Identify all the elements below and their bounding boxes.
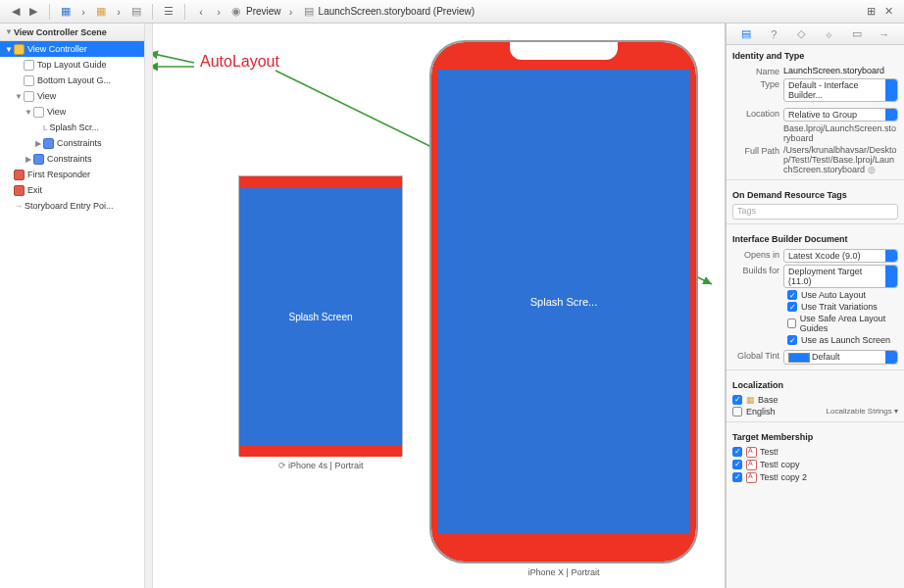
type-select[interactable]: Default - Interface Builder...▾ [783,78,898,102]
builds-for-select[interactable]: Deployment Target (11.0)▾ [783,265,898,288]
opens-in-select[interactable]: Latest Xcode (9.0)▾ [783,249,898,263]
identity-tab-icon[interactable]: ◇ [794,27,808,41]
node-view-outer[interactable]: ▼ View [0,88,144,104]
outline-resize-handle[interactable] [145,24,153,588]
preview-canvas[interactable]: AutoLayout Splash Screen ⟳ iPhone 4s | P… [153,24,726,588]
nav-fwd-icon[interactable]: ▶ [25,4,41,20]
chevron-right-icon: › [75,4,91,20]
chevron-right-icon: › [111,4,126,20]
checkbox-launch-screen[interactable]: ✓ [787,335,797,345]
opt-autolayout: Use Auto Layout [801,290,866,300]
notch [510,42,618,60]
checkbox-loc-english[interactable] [732,407,742,416]
node-exit[interactable]: ▶ Exit [0,182,144,198]
section-target-membership: Target Membership [727,426,904,446]
nav-back-icon[interactable]: ◀ [8,4,24,20]
crumb-file[interactable]: LaunchScreen.storyboard (Preview) [319,6,476,17]
crumb-preview[interactable]: Preview [246,6,281,17]
outline-header: ▼ View Controller Scene [0,24,144,41]
color-swatch [788,353,810,363]
device-caption: ⟳ iPhone 4s | Portrait [239,461,402,470]
viewcontroller-icon [14,44,25,55]
node-first-responder[interactable]: ▶ First Responder [0,167,144,182]
node-view-controller[interactable]: ▼ View Controller [0,41,144,57]
chevron-updown-icon: ▾ [891,252,895,260]
add-assistant-icon[interactable]: ⊞ [863,4,879,20]
folder-icon: ▦ [746,395,755,405]
file-inspector: ▤ ? ◇ ⟐ ▭ → Identity and Type NameLaunch… [726,24,904,588]
quick-help-tab-icon[interactable]: ? [767,27,780,41]
disclosure-triangle-icon[interactable]: ▶ [24,155,33,164]
disclosure-triangle-icon[interactable]: ▼ [4,27,14,36]
close-assistant-icon[interactable]: ✕ [880,4,896,20]
rotate-icon[interactable]: ⟳ [278,461,286,470]
checkbox-target-2[interactable]: ✓ [732,460,742,469]
disclosure-triangle-icon[interactable]: ▼ [24,108,33,117]
node-entry-point[interactable]: ▶ → Storyboard Entry Poi... [0,198,144,214]
connections-tab-icon[interactable]: → [878,27,891,41]
checkbox-loc-base[interactable]: ✓ [732,395,742,405]
device-preview-iphone4s[interactable]: Splash Screen ⟳ iPhone 4s | Portrait [238,175,403,456]
checkbox-safe-area[interactable] [787,318,796,328]
chevron-updown-icon: ▾ [891,111,895,119]
opt-launch: Use as Launch Screen [801,335,890,345]
global-tint-select[interactable]: Default▾ [783,350,898,365]
label-fullpath: Full Path [732,145,783,156]
node-constraints-inner[interactable]: ▶ Constraints [0,135,144,151]
checkbox-autolayout[interactable]: ✓ [787,290,797,300]
bottom-bar [239,445,402,457]
storyboard-icon: ▤ [301,4,317,20]
disclosure-triangle-icon[interactable]: ▼ [14,92,24,101]
location-select[interactable]: Relative to Group▾ [783,108,898,122]
preview-icon: ◉ [228,4,244,20]
node-splash-label[interactable]: L Splash Scr... [0,120,144,135]
label-name: Name [732,66,783,76]
loc-english: English [746,407,776,416]
loc-english-type[interactable]: Localizable Strings ▾ [827,407,898,416]
value-name[interactable]: LaunchScreen.storyboard [783,66,898,75]
node-constraints-outer[interactable]: ▶ Constraints [0,151,144,167]
device-preview-iphonex[interactable]: Splash Scre... iPhone X | Portrait [431,42,696,562]
svg-line-0 [153,53,194,63]
file-icon[interactable]: ▤ [128,4,144,20]
checkbox-target-1[interactable]: ✓ [732,447,742,457]
nav-back2-icon[interactable]: ‹ [193,4,209,20]
target-1: Test! [760,447,778,457]
size-tab-icon[interactable]: ▭ [850,27,864,41]
attributes-tab-icon[interactable]: ⟐ [823,27,836,41]
disclosure-triangle-icon[interactable]: ▼ [4,45,14,54]
device-caption: iPhone X | Portrait [431,567,696,577]
layoutguide-icon [24,75,34,86]
folder-icon[interactable]: ▦ [58,4,74,20]
chevron-updown-icon: ▾ [891,272,895,280]
disclosure-triangle-icon[interactable]: ▶ [33,139,43,148]
checkbox-target-3[interactable]: ✓ [732,472,742,482]
label-opens-in: Opens in [732,249,783,260]
node-view-inner[interactable]: ▼ View [0,104,144,120]
label-location: Location [732,108,783,119]
node-top-layout-guide[interactable]: Top Layout Guide [0,57,144,73]
annotation-autolayout: AutoLayout [200,53,279,71]
reveal-icon[interactable]: ◎ [868,165,876,174]
label-builds-for: Builds for [732,265,783,275]
node-bottom-layout-guide[interactable]: Bottom Layout G... [0,73,144,88]
arrow-right-icon: → [14,201,23,211]
tags-input[interactable]: Tags [732,204,898,220]
section-localization: Localization [727,374,904,394]
document-outline: ▼ View Controller Scene ▼ View Controlle… [0,24,145,588]
section-identity: Identity and Type [727,45,904,65]
label-global-tint: Global Tint [732,350,783,361]
folder2-icon[interactable]: ▦ [93,4,109,20]
chevron-updown-icon: ▾ [891,86,895,94]
checkbox-trait-variations[interactable]: ✓ [787,302,797,312]
outline-toggle-icon[interactable]: ☰ [161,4,176,20]
file-inspector-tab-icon[interactable]: ▤ [739,27,753,41]
app-icon [746,472,757,483]
opt-safearea: Use Safe Area Layout Guides [800,314,898,333]
nav-fwd2-icon[interactable]: › [211,4,226,20]
splash-view: Splash Screen [239,188,402,445]
target-2: Test! copy [760,460,800,469]
constraints-icon [33,154,44,165]
section-tags: On Demand Resource Tags [727,184,904,204]
label-type: Type [732,78,783,89]
